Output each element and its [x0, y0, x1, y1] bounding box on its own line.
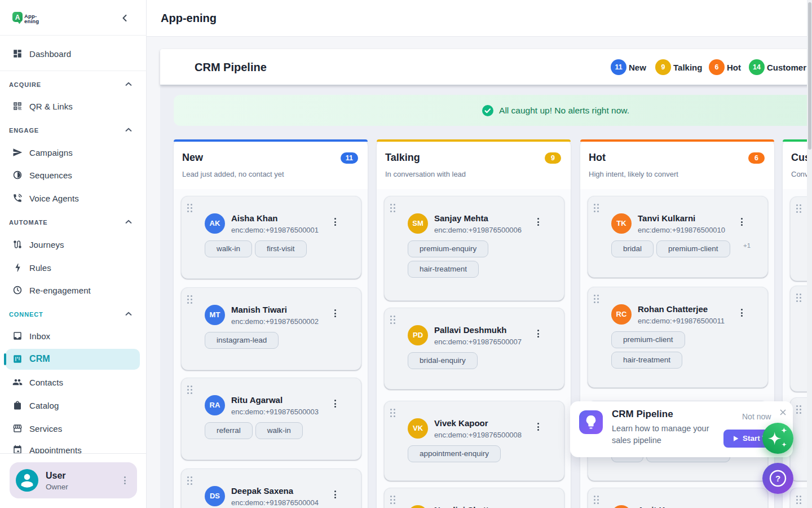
svg-text:A: A — [15, 14, 20, 21]
svg-text:?: ? — [775, 474, 780, 483]
